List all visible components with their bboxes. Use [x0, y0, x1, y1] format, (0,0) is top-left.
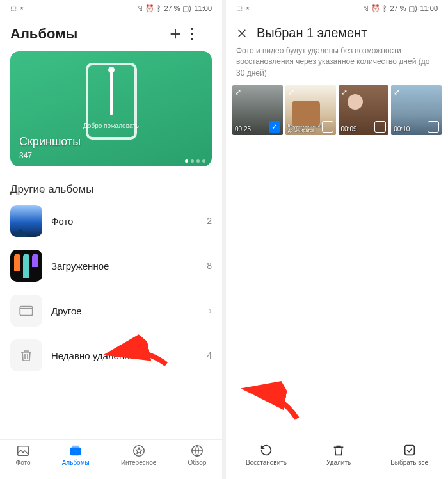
checkbox[interactable]	[322, 121, 333, 133]
nav-label: Интересное	[121, 459, 157, 466]
bluetooth-icon: ᛒ	[157, 4, 161, 12]
photo-icon	[16, 444, 30, 458]
header: Альбомы	[0, 17, 222, 46]
albums-icon	[68, 444, 83, 458]
caption: Когда долетишь до Эмиратов	[288, 124, 325, 133]
nav-label: Фото	[16, 459, 31, 466]
trash-icon	[10, 339, 42, 371]
card-title: Скриншоты	[19, 135, 81, 149]
duration: 00:25	[235, 126, 251, 133]
row-count: 8	[207, 261, 212, 271]
bluetooth-icon: ᛒ	[383, 4, 387, 12]
action-label: Выбрать все	[390, 459, 428, 466]
action-bar: Восстановить Удалить Выбрать все	[226, 439, 448, 479]
album-row-recently-deleted[interactable]: Недавно удаленное 4	[0, 333, 222, 378]
nav-overview[interactable]: Обзор	[188, 444, 207, 466]
chevron-right-icon: ›	[209, 305, 212, 316]
row-label: Загруженное	[51, 261, 207, 272]
nav-photos[interactable]: Фото	[16, 444, 31, 466]
restore-icon	[259, 443, 273, 457]
restore-button[interactable]: Восстановить	[246, 443, 287, 466]
globe-icon	[190, 444, 204, 458]
album-row-other[interactable]: Другое ›	[0, 288, 222, 333]
trash-icon	[332, 443, 346, 457]
deletion-notice: Фото и видео будут удалены без возможнос…	[226, 45, 448, 85]
svg-rect-8	[18, 446, 29, 456]
battery-text: 27 %	[164, 4, 180, 12]
thumbnail-2[interactable]: ⤢ Когда долетишь до Эмиратов	[285, 85, 336, 135]
nav-label: Обзор	[188, 459, 207, 466]
selection-title: Выбран 1 элемент	[257, 26, 367, 40]
svg-point-4	[191, 38, 193, 40]
duration: 00:09	[341, 126, 357, 133]
delete-button[interactable]: Удалить	[326, 443, 351, 466]
album-row-photo[interactable]: Фото 2	[0, 199, 222, 243]
nav-interesting[interactable]: Интересное	[121, 444, 157, 466]
add-button[interactable]	[168, 27, 190, 41]
svg-rect-5	[20, 307, 33, 316]
row-count: 2	[207, 216, 212, 226]
folder-icon	[10, 295, 42, 327]
thumbnail-1[interactable]: ⤢ 00:25 ✓	[232, 85, 283, 135]
card-count: 347	[19, 151, 32, 160]
nav-label: Альбомы	[62, 459, 90, 466]
expand-icon: ⤢	[288, 88, 297, 97]
time-text: 11:00	[194, 4, 212, 12]
left-screen: ⬚ ᯤ ℕ ⏰ ᛒ 27 % ▢⟩ 11:00 Альбомы Добро по…	[0, 0, 222, 479]
battery-text: 27 %	[390, 4, 406, 12]
bottom-nav: Фото Альбомы Интересное Обзор	[0, 439, 222, 479]
photo-thumb	[10, 205, 42, 237]
nfc-icon: ℕ	[137, 4, 143, 13]
album-card-screenshots[interactable]: Добро пожаловать Скриншоты 347	[10, 51, 212, 166]
checkbox[interactable]	[428, 121, 439, 133]
status-bar: ⬚ ᯤ ℕ ⏰ ᛒ 27 % ▢⟩ 11:00	[226, 0, 448, 17]
expand-icon: ⤢	[394, 88, 403, 97]
star-icon	[132, 444, 146, 458]
svg-point-2	[191, 28, 193, 30]
section-header: Другие альбомы	[0, 173, 222, 199]
thumbnail-4[interactable]: ⤢ 00:10	[391, 85, 442, 135]
select-all-button[interactable]: Выбрать все	[390, 443, 428, 466]
album-row-downloads[interactable]: Загруженное 8	[0, 243, 222, 288]
time-text: 11:00	[420, 4, 438, 12]
sim-icon: ⬚ ᯤ	[10, 4, 26, 12]
battery-icon: ▢⟩	[182, 4, 191, 13]
row-label: Фото	[51, 216, 207, 227]
status-bar: ⬚ ᯤ ℕ ⏰ ᛒ 27 % ▢⟩ 11:00	[0, 0, 222, 17]
duration: 00:10	[394, 126, 410, 133]
more-button[interactable]	[190, 27, 212, 41]
selection-header: Выбран 1 элемент	[226, 17, 448, 45]
expand-icon: ⤢	[341, 88, 350, 97]
select-all-icon	[403, 443, 417, 457]
row-label: Другое	[51, 305, 205, 316]
card-welcome: Добро пожаловать	[10, 122, 212, 129]
expand-icon: ⤢	[235, 88, 244, 97]
nfc-icon: ℕ	[363, 4, 369, 13]
alarm-icon: ⏰	[371, 4, 380, 13]
action-label: Удалить	[326, 459, 351, 466]
svg-point-3	[191, 33, 193, 35]
close-button[interactable]	[236, 28, 248, 39]
thumbnail-3[interactable]: ⤢ 00:09	[339, 85, 389, 135]
thumbnail-row: ⤢ 00:25 ✓ ⤢ Когда долетишь до Эмиратов ⤢…	[226, 85, 448, 135]
checkbox[interactable]	[374, 121, 386, 133]
page-title: Альбомы	[10, 26, 168, 42]
checkbox-selected[interactable]: ✓	[269, 121, 280, 133]
battery-icon: ▢⟩	[408, 4, 417, 13]
downloads-thumb	[10, 250, 42, 282]
svg-rect-9	[70, 448, 81, 456]
sim-icon: ⬚ ᯤ	[236, 4, 252, 12]
action-label: Восстановить	[246, 459, 287, 466]
nav-albums[interactable]: Альбомы	[62, 444, 90, 466]
right-screen: ⬚ ᯤ ℕ ⏰ ᛒ 27 % ▢⟩ 11:00 Выбран 1 элемент…	[226, 0, 448, 479]
row-label: Недавно удаленное	[51, 350, 207, 361]
alarm-icon: ⏰	[145, 4, 154, 13]
svg-rect-10	[72, 446, 79, 448]
svg-rect-15	[404, 446, 414, 455]
row-count: 4	[207, 350, 212, 361]
